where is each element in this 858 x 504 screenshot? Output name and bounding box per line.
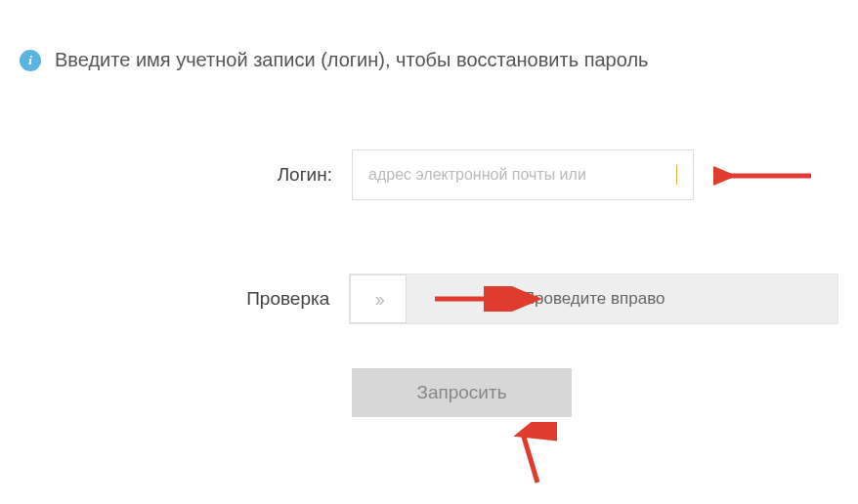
login-row: Логин: <box>20 149 838 200</box>
submit-row: Запросить <box>20 368 838 417</box>
text-cursor <box>676 165 677 185</box>
verify-row: Проверка ›› Проведите вправо <box>20 273 838 324</box>
instruction-text: Введите имя учетной записи (логин), чтоб… <box>55 49 649 71</box>
slide-verify-handle[interactable]: ›› <box>350 274 407 323</box>
svg-line-2 <box>523 434 537 483</box>
login-input-wrapper[interactable] <box>352 149 694 200</box>
login-label: Логин: <box>20 164 352 186</box>
login-input[interactable] <box>368 166 672 184</box>
instruction-row: i Введите имя учетной записи (логин), чт… <box>20 49 838 71</box>
slide-verify-text: Проведите вправо <box>350 289 837 309</box>
chevron-right-icon: ›› <box>375 288 382 311</box>
annotation-arrow-submit <box>498 422 557 490</box>
verify-label: Проверка <box>20 288 349 310</box>
info-icon: i <box>20 50 41 71</box>
annotation-arrow-login <box>713 163 821 189</box>
slide-verify-track[interactable]: ›› Проведите вправо <box>349 273 838 324</box>
submit-button[interactable]: Запросить <box>352 368 572 417</box>
